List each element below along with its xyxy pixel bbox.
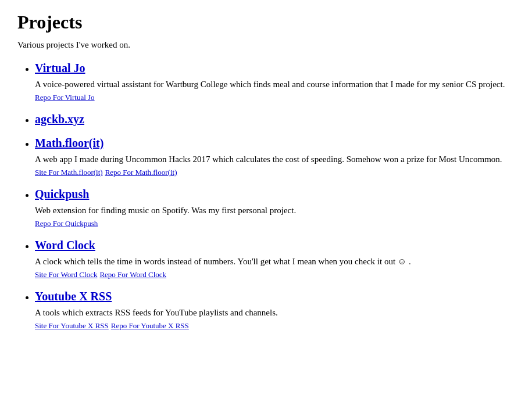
list-item: Word ClockA clock which tells the time i… [35, 239, 515, 279]
project-links-virtual-jo: Repo For Virtual Jo [35, 93, 515, 102]
project-links-math-floor-it: Site For Math.floor(it)Repo For Math.flo… [35, 168, 515, 177]
project-desc-youtube-x-rss: A tools which extracts RSS feeds for You… [35, 308, 515, 318]
page-subtitle: Various projects I've worked on. [17, 40, 515, 50]
project-link-youtube-x-rss-0[interactable]: Site For Youtube X RSS [35, 321, 109, 330]
project-link-word-clock-1[interactable]: Repo For Word Clock [99, 270, 166, 279]
project-link-math-floor-it-0[interactable]: Site For Math.floor(it) [35, 168, 103, 177]
list-item: agckb.xyz [35, 113, 515, 126]
project-link-youtube-x-rss-1[interactable]: Repo For Youtube X RSS [111, 321, 189, 330]
project-links-word-clock: Site For Word ClockRepo For Word Clock [35, 270, 515, 279]
list-item: Youtube X RSSA tools which extracts RSS … [35, 290, 515, 331]
project-links-youtube-x-rss: Site For Youtube X RSSRepo For Youtube X… [35, 321, 515, 331]
project-title-math-floor-it[interactable]: Math.floor(it) [35, 137, 103, 149]
project-link-virtual-jo-0[interactable]: Repo For Virtual Jo [35, 93, 95, 102]
project-title-virtual-jo[interactable]: Virtual Jo [35, 62, 85, 74]
project-links-quickpush: Repo For Quickpush [35, 219, 515, 228]
project-desc-virtual-jo: A voice-powered virtual assistant for Wa… [35, 80, 515, 89]
project-link-quickpush-0[interactable]: Repo For Quickpush [35, 219, 98, 228]
list-item: Virtual JoA voice-powered virtual assist… [35, 62, 515, 102]
project-desc-math-floor-it: A web app I made during Uncommon Hacks 2… [35, 155, 515, 164]
project-title-word-clock[interactable]: Word Clock [35, 239, 95, 252]
project-title-quickpush[interactable]: Quickpush [35, 188, 89, 200]
page-title: Projects [17, 12, 515, 33]
project-title-agckb-xyz[interactable]: agckb.xyz [35, 113, 84, 125]
project-title-youtube-x-rss[interactable]: Youtube X RSS [35, 290, 112, 303]
list-item: Math.floor(it)A web app I made during Un… [35, 137, 515, 177]
list-item: QuickpushWeb extension for finding music… [35, 188, 515, 228]
project-desc-quickpush: Web extension for finding music on Spoti… [35, 206, 515, 216]
project-link-math-floor-it-1[interactable]: Repo For Math.floor(it) [105, 168, 177, 177]
project-link-word-clock-0[interactable]: Site For Word Clock [35, 270, 97, 279]
project-desc-word-clock: A clock which tells the time in words in… [35, 257, 515, 267]
projects-list: Virtual JoA voice-powered virtual assist… [35, 62, 515, 331]
